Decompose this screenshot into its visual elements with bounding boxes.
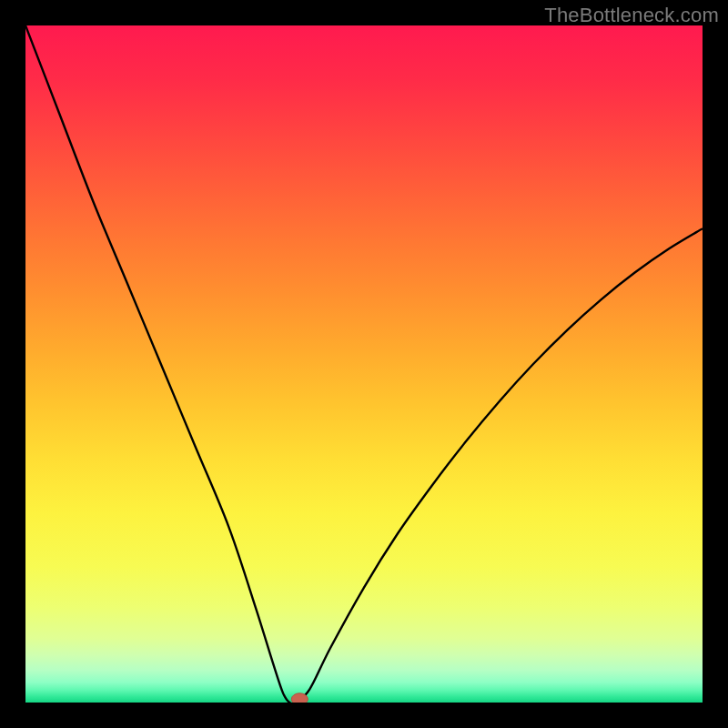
watermark-text: TheBottleneck.com <box>544 4 719 27</box>
chart-background-gradient <box>25 25 703 703</box>
bottleneck-chart <box>25 25 703 703</box>
chart-frame <box>25 25 703 703</box>
optimal-point-marker <box>291 693 308 703</box>
